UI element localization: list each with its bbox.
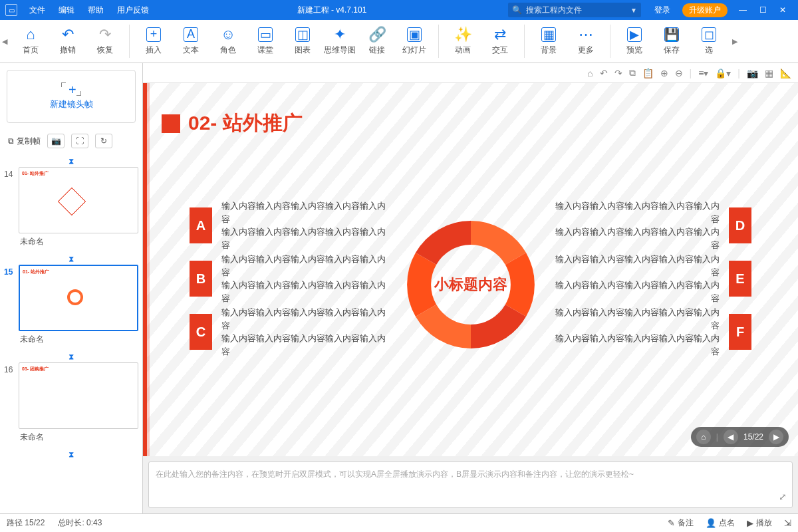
donut-center-label: 小标题内容 [391,205,551,364]
canvas-paste-icon[interactable]: 📋 [642,68,654,78]
chart-icon: ◫ [295,27,310,42]
canvas-undo-icon[interactable]: ↶ [600,68,608,78]
item-e[interactable]: E 输入内容输入内容输入内容输入内容输入内容输入内容输入内容输入内容输入内容输入… [553,253,751,305]
canvas-home-icon[interactable]: ⌂ [587,68,593,78]
menu-edit[interactable]: 编辑 [52,5,81,16]
slideshow-button[interactable]: ▣幻灯片 [396,21,433,61]
status-notes-button[interactable]: ✎备注 [668,517,694,529]
transition-icon[interactable]: ⧗ [4,350,138,362]
scan-button[interactable]: ⛶ [71,134,88,148]
donut-chart[interactable]: 小标题内容 [391,205,551,364]
nav-page-indicator: 15/22 [743,432,763,442]
item-d[interactable]: D 输入内容输入内容输入内容输入内容输入内容输入内容输入内容输入内容输入内容输入… [553,200,751,251]
window-title: 新建工程 - v4.7.101 [156,5,508,16]
role-icon: ☺ [221,27,235,42]
mindmap-button[interactable]: ✦思维导图 [321,21,358,61]
class-button[interactable]: ▭课堂 [247,21,284,61]
item-a[interactable]: A 输入内容输入内容输入内容输入内容输入内容输入内容输入内容输入内容输入内容输入… [190,200,388,251]
nav-home-button[interactable]: ⌂ [696,430,711,444]
camera-button[interactable]: 📷 [47,134,65,148]
ruler-icon[interactable]: 📐 [780,68,791,78]
more-button[interactable]: ⋯更多 [567,21,604,61]
role-button[interactable]: ☺角色 [209,21,247,61]
slide-canvas[interactable]: 02- 站外推广 小标题内容 [143,83,798,456]
transition-icon[interactable]: ⧗ [4,448,138,460]
status-export-button[interactable]: ⇲ [784,518,791,528]
thumbnail-list[interactable]: ⧗ 14 01- 站外推广 未命名 ⧗ 15 01- 站外推广 未命名 ⧗ 16 [0,155,142,513]
notes-expand-icon[interactable]: ⤢ [779,491,787,502]
preview-icon: ▶ [627,27,642,42]
slide-nav-pill: ⌂ | ◀ 15/22 ▶ [691,427,789,447]
camera-tool-icon[interactable]: 📷 [747,68,758,78]
toolbar: ◀ ⌂首页 ↶撤销 ↷恢复 +插入 A文本 ☺角色 ▭课堂 ◫图表 ✦思维导图 … [0,20,798,63]
search-placeholder: 搜索工程内文件 [526,5,582,16]
login-button[interactable]: 登录 [648,5,677,16]
zoom-in-icon[interactable]: ⊕ [660,68,668,78]
new-frame-label: 新建镜头帧 [50,98,93,110]
notes-area[interactable]: 在此处输入您的备注内容，在预览时开启双屏模式，可以实现A屏全屏播放演示内容，B屏… [148,462,793,508]
item-b[interactable]: B 输入内容输入内容输入内容输入内容输入内容输入内容输入内容输入内容输入内容输入… [190,253,388,305]
redo-button[interactable]: ↷恢复 [86,21,124,61]
menu-file[interactable]: 文件 [23,5,52,16]
canvas-redo-icon[interactable]: ↷ [614,68,622,78]
grid-icon[interactable]: ▦ [765,68,773,78]
thumb-name: 未命名 [19,331,138,348]
align-icon[interactable]: ≡▾ [698,68,708,78]
canvas-toolbar: ⌂ ↶ ↷ ⧉ 📋 ⊕ ⊖ | ≡▾ 🔒▾ | 📷 ▦ 📐 [143,63,798,83]
copy-frame-button[interactable]: ⧉复制帧 [8,136,41,147]
maximize-button[interactable]: ☐ [753,5,773,15]
text-button[interactable]: A文本 [172,21,209,61]
person-icon: 👤 [706,518,716,528]
thumb-image[interactable]: 01- 站外推广 [19,265,138,331]
home-button[interactable]: ⌂首页 [12,21,49,61]
upgrade-button[interactable]: 升级账户 [682,3,728,17]
insert-icon: + [146,27,161,42]
transition-icon[interactable]: ⧗ [4,253,138,265]
badge-b: B [190,261,212,297]
thumb-14[interactable]: 14 01- 站外推广 未命名 [4,167,138,250]
interact-button[interactable]: ⇄交互 [481,21,519,61]
canvas-copy-icon[interactable]: ⧉ [629,67,636,78]
select-button[interactable]: ◻选 [690,21,728,61]
loop-button[interactable]: ↻ [95,134,112,148]
status-author-button[interactable]: 👤点名 [706,517,735,529]
undo-button[interactable]: ↶撤销 [49,21,86,61]
search-input[interactable]: 🔍 搜索工程内文件 ▼ [508,3,641,17]
chart-button[interactable]: ◫图表 [284,21,321,61]
thumb-16[interactable]: 16 03- 团购推广 未命名 [4,362,138,446]
insert-button[interactable]: +插入 [135,21,172,61]
search-dropdown-icon[interactable]: ▼ [630,7,637,14]
copy-icon: ⧉ [8,136,14,146]
search-icon: 🔍 [512,5,522,15]
bg-button[interactable]: ▦背景 [530,21,567,61]
save-button[interactable]: 💾保存 [653,21,690,61]
play-icon: ▶ [747,518,753,528]
nav-prev-button[interactable]: ◀ [724,430,738,444]
preview-button[interactable]: ▶预览 [616,21,653,61]
thumb-image[interactable]: 01- 站外推广 [19,167,138,233]
close-button[interactable]: ✕ [773,5,793,15]
bg-icon: ▦ [541,27,556,42]
slide-title-text: 02- 站外推广 [188,110,303,137]
more-icon: ⋯ [579,27,593,42]
new-frame-button[interactable]: + 新建镜头帧 [7,70,136,123]
thumb-image[interactable]: 03- 团购推广 [19,362,138,429]
thumb-15[interactable]: 15 01- 站外推广 未命名 [4,265,138,348]
title-square-icon [162,114,180,133]
item-f[interactable]: F 输入内容输入内容输入内容输入内容输入内容输入内容输入内容输入内容输入内容输入… [553,306,751,358]
lock-icon[interactable]: 🔒▾ [715,68,731,78]
menu-feedback[interactable]: 用户反馈 [110,5,156,16]
item-c[interactable]: C 输入内容输入内容输入内容输入内容输入内容输入内容输入内容输入内容输入内容输入… [190,306,388,358]
transition-icon[interactable]: ⧗ [4,155,138,167]
slide-title[interactable]: 02- 站外推广 [162,110,303,137]
toolbar-scroll-right[interactable]: ▶ [730,37,739,46]
toolbar-scroll-left[interactable]: ◀ [0,37,9,46]
status-play-button[interactable]: ▶播放 [747,517,772,529]
link-button[interactable]: 🔗链接 [358,21,396,61]
slide-panel: + 新建镜头帧 ⧉复制帧 📷 ⛶ ↻ ⧗ 14 01- 站外推广 未命名 ⧗ 1… [0,63,143,513]
anim-button[interactable]: ✨动画 [444,21,481,61]
minimize-button[interactable]: — [733,5,753,15]
nav-next-button[interactable]: ▶ [769,430,783,444]
zoom-out-icon[interactable]: ⊖ [675,68,683,78]
menu-help[interactable]: 帮助 [81,5,110,16]
